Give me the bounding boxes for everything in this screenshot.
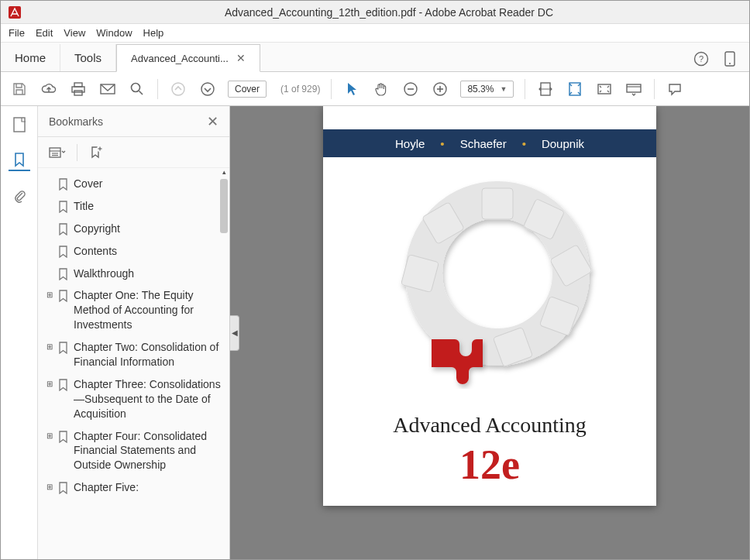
svg-rect-21 bbox=[627, 84, 641, 92]
pdf-page: Hoyle • Schaefer • Doupnik bbox=[323, 106, 656, 506]
mobile-link-icon[interactable] bbox=[723, 51, 737, 67]
menu-window[interactable]: Window bbox=[96, 27, 132, 39]
expand-icon[interactable]: ⊞ bbox=[46, 380, 53, 388]
sidebar-title: Bookmarks bbox=[49, 115, 103, 128]
svg-line-10 bbox=[139, 91, 143, 94]
svg-rect-23 bbox=[14, 118, 25, 132]
navigation-rail bbox=[1, 106, 38, 559]
book-title: Advanced Accounting bbox=[323, 413, 656, 438]
svg-point-11 bbox=[172, 83, 184, 95]
zoom-in-icon[interactable] bbox=[431, 80, 449, 98]
new-bookmark-icon[interactable] bbox=[88, 145, 104, 160]
bookmark-item[interactable]: Cover bbox=[44, 173, 226, 195]
bookmarks-sidebar: Bookmarks ✕ ▴ CoverTitleCopyrightContent… bbox=[38, 106, 230, 559]
author-3: Doupnik bbox=[542, 137, 584, 150]
bookmark-icon bbox=[58, 431, 69, 443]
page-down-icon[interactable] bbox=[198, 80, 217, 98]
bookmark-item[interactable]: ⊞Chapter Two: Consolidation of Financial… bbox=[44, 336, 226, 373]
bookmark-item[interactable]: ⊞Chapter Four: Consolidated Financial St… bbox=[44, 425, 226, 477]
page-count-label: (1 of 929) bbox=[280, 84, 320, 94]
menu-help[interactable]: Help bbox=[143, 27, 164, 39]
sidebar-header: Bookmarks ✕ bbox=[38, 106, 229, 137]
sidebar-tools bbox=[38, 137, 229, 168]
bookmark-item[interactable]: ⊞Chapter Five: bbox=[44, 476, 226, 499]
bookmark-label: Chapter One: The Equity Method of Accoun… bbox=[74, 288, 225, 332]
separator-dot: • bbox=[522, 137, 526, 150]
cover-art bbox=[323, 157, 656, 405]
email-icon[interactable] bbox=[98, 80, 117, 98]
menu-view[interactable]: View bbox=[64, 27, 85, 39]
tab-tools[interactable]: Tools bbox=[60, 44, 116, 71]
zoom-out-icon[interactable] bbox=[401, 80, 420, 98]
app-icon bbox=[5, 3, 24, 22]
main-area: Bookmarks ✕ ▴ CoverTitleCopyrightContent… bbox=[1, 106, 749, 559]
bookmark-label: Chapter Five: bbox=[74, 480, 225, 495]
menu-edit[interactable]: Edit bbox=[36, 27, 53, 39]
bookmark-icon bbox=[58, 246, 69, 258]
collapse-sidebar-handle[interactable]: ◀ bbox=[230, 315, 239, 351]
document-view[interactable]: ◀ Hoyle • Schaefer • Doupnik bbox=[230, 106, 749, 559]
bookmark-item[interactable]: Title bbox=[44, 195, 226, 218]
search-icon[interactable] bbox=[128, 80, 146, 98]
bookmark-item[interactable]: ⊞Chapter Three: Consolidations—Subsequen… bbox=[44, 373, 226, 425]
thumbnails-panel-icon[interactable] bbox=[9, 114, 30, 136]
author-band: Hoyle • Schaefer • Doupnik bbox=[323, 129, 656, 157]
bookmark-item[interactable]: Walkthrough bbox=[44, 263, 226, 285]
svg-point-9 bbox=[132, 83, 140, 91]
bookmark-item[interactable]: Copyright bbox=[44, 218, 226, 240]
bookmark-icon bbox=[58, 482, 69, 494]
bookmark-icon bbox=[58, 342, 69, 354]
bookmark-label: Copyright bbox=[74, 222, 225, 236]
read-mode-icon[interactable] bbox=[624, 80, 643, 98]
svg-rect-24 bbox=[50, 148, 60, 157]
bookmark-item[interactable]: ⊞Chapter One: The Equity Method of Accou… bbox=[44, 284, 226, 336]
save-icon[interactable] bbox=[10, 80, 29, 98]
close-sidebar-icon[interactable]: ✕ bbox=[207, 113, 218, 130]
print-icon[interactable] bbox=[69, 80, 88, 98]
bookmark-label: Chapter Two: Consolidation of Financial … bbox=[74, 340, 225, 369]
cloud-icon[interactable] bbox=[40, 80, 58, 98]
tab-document[interactable]: Advanced_Accounti... ✕ bbox=[116, 44, 260, 72]
select-tool-icon[interactable] bbox=[342, 80, 361, 98]
book-edition: 12e bbox=[323, 441, 656, 506]
attachments-panel-icon[interactable] bbox=[9, 185, 30, 207]
menu-file[interactable]: File bbox=[9, 27, 25, 39]
zoom-select[interactable]: 85.3% ▼ bbox=[460, 81, 514, 98]
window-title: Advanced_Accounting_12th_edition.pdf - A… bbox=[29, 6, 749, 19]
expand-icon[interactable]: ⊞ bbox=[46, 290, 53, 299]
bookmark-list[interactable]: ▴ CoverTitleCopyrightContentsWalkthrough… bbox=[38, 168, 229, 559]
author-2: Schaefer bbox=[460, 137, 507, 150]
scroll-up-arrow[interactable]: ▴ bbox=[220, 168, 228, 176]
bookmark-icon bbox=[58, 223, 69, 235]
menubar: File Edit View Window Help bbox=[1, 24, 749, 43]
toolbar: Cover (1 of 929) 85.3% ▼ bbox=[1, 72, 749, 106]
bookmark-label: Title bbox=[74, 199, 225, 214]
hand-tool-icon[interactable] bbox=[372, 80, 390, 98]
fullscreen-icon[interactable] bbox=[595, 80, 614, 98]
tab-document-label: Advanced_Accounti... bbox=[131, 53, 229, 64]
bookmark-item[interactable]: Contents bbox=[44, 240, 226, 263]
tab-bar: Home Tools Advanced_Accounti... ✕ ? bbox=[1, 43, 749, 72]
expand-icon[interactable]: ⊞ bbox=[46, 342, 53, 351]
fit-width-icon[interactable] bbox=[536, 80, 555, 98]
page-number-input[interactable]: Cover bbox=[228, 81, 267, 98]
fit-page-icon[interactable] bbox=[566, 80, 584, 98]
bookmark-icon bbox=[58, 290, 69, 302]
zoom-value: 85.3% bbox=[467, 84, 494, 94]
bookmark-options-icon[interactable] bbox=[49, 146, 66, 160]
tab-home[interactable]: Home bbox=[1, 44, 60, 71]
bookmarks-panel-icon[interactable] bbox=[9, 149, 30, 171]
scrollbar-thumb[interactable] bbox=[220, 179, 228, 233]
comment-icon[interactable] bbox=[666, 80, 684, 98]
window-titlebar: Advanced_Accounting_12th_edition.pdf - A… bbox=[1, 1, 749, 24]
svg-rect-5 bbox=[74, 83, 82, 87]
expand-icon[interactable]: ⊞ bbox=[46, 483, 53, 491]
bookmark-icon bbox=[58, 178, 69, 191]
bookmark-label: Walkthrough bbox=[74, 266, 225, 281]
svg-rect-7 bbox=[74, 91, 82, 95]
bookmark-label: Chapter Three: Consolidations—Subsequent… bbox=[74, 377, 225, 421]
help-icon[interactable]: ? bbox=[693, 51, 709, 67]
expand-icon[interactable]: ⊞ bbox=[46, 431, 53, 440]
page-up-icon[interactable] bbox=[169, 80, 188, 98]
close-tab-icon[interactable]: ✕ bbox=[236, 52, 246, 64]
